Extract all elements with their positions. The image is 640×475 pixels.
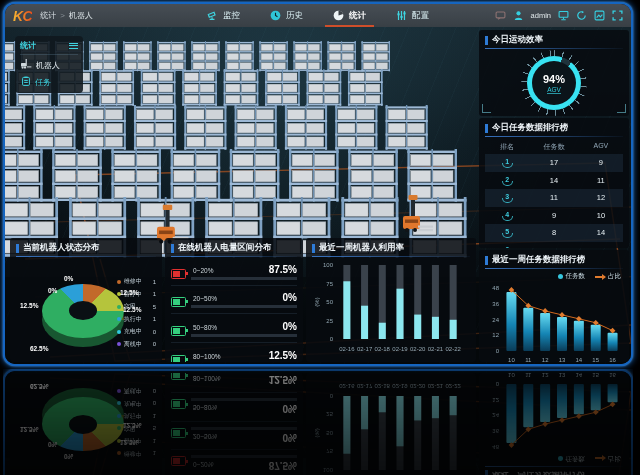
battery-row: 80~100% 12.5%	[171, 343, 297, 363]
user-icon[interactable]	[513, 10, 524, 21]
svg-text:100: 100	[323, 262, 334, 268]
svg-text:10: 10	[508, 357, 515, 362]
agv-id: 9	[579, 158, 623, 167]
svg-text:12: 12	[492, 332, 499, 338]
pie-legend-item: 执行中1	[117, 315, 156, 324]
panel-today-task-rank: 今日任务数据排行榜 排名 任务数 AGV 1 17 9 2 14 11 3 11…	[479, 118, 629, 248]
breadcrumb-page: 机器人	[69, 10, 93, 21]
legend-dot-icon	[558, 274, 563, 279]
dashboard-window: KC 统计 > 机器人 监控 历史 统计	[3, 2, 633, 366]
agv-id: 11	[579, 176, 623, 185]
table-row: 2 14 11	[485, 172, 623, 190]
display-icon[interactable]	[558, 10, 569, 21]
task-count: 14	[529, 176, 579, 185]
svg-text:11: 11	[525, 357, 532, 362]
table-row: 1 17 9	[485, 154, 623, 172]
pie-slice-label: 0%	[48, 287, 57, 294]
forklift-icon	[21, 59, 32, 71]
battery-row: 20~50% 0%	[171, 286, 297, 315]
svg-text:02-17: 02-17	[357, 346, 373, 352]
pie-legend-item: 离线中0	[117, 340, 156, 349]
panel-title: 当前机器人状态分布	[16, 242, 156, 254]
rank-badge: 2	[501, 175, 514, 186]
pie-icon	[333, 10, 344, 21]
admin-label[interactable]: admin	[531, 11, 551, 20]
svg-text:24: 24	[492, 317, 499, 323]
battery-range-label: 80~100%	[193, 353, 221, 360]
pie-slice-label: 12.5%	[120, 289, 138, 296]
battery-percent: 0%	[283, 292, 297, 303]
battery-row: 0~20% 87.5%	[171, 257, 297, 286]
agv-id: 14	[579, 228, 623, 237]
svg-text:50: 50	[326, 299, 333, 305]
svg-text:02-18: 02-18	[375, 346, 391, 352]
svg-text:02-16: 02-16	[339, 346, 355, 352]
battery-icon	[171, 297, 186, 307]
breadcrumb-section[interactable]: 统计	[40, 10, 56, 21]
rank-badge: 6	[501, 245, 514, 248]
tab-statistics[interactable]: 统计	[333, 4, 366, 27]
tab-history[interactable]: 历史	[270, 4, 303, 27]
svg-text:02-21: 02-21	[428, 346, 444, 352]
menu-icon[interactable]	[69, 41, 78, 50]
svg-text:12: 12	[542, 357, 549, 362]
sidebar-item-robot[interactable]: 机器人	[20, 55, 78, 72]
sidebar: 统计 机器人 任务	[15, 36, 83, 93]
svg-text:02-20: 02-20	[410, 346, 426, 352]
camera-icon	[207, 10, 218, 21]
top-bar: KC 统计 > 机器人 监控 历史 统计	[5, 4, 631, 27]
chart-legend: 任务数 占比	[487, 272, 621, 281]
svg-text:14: 14	[576, 357, 583, 362]
svg-text:25: 25	[326, 318, 333, 324]
efficiency-gauge: 94% AGV	[527, 56, 581, 110]
panel-robot-status: 当前机器人状态分布 维修中1 暂停中1 空闲5 执行中1 充电中0 离线中0 1…	[10, 238, 162, 362]
clock-icon	[270, 10, 281, 21]
agv-id: 10	[579, 211, 623, 220]
table-row: 3 11 12	[485, 189, 623, 207]
panel-title: 最近一周机器人利用率	[312, 242, 470, 254]
task-count: 17	[529, 158, 579, 167]
refresh-icon[interactable]	[576, 10, 587, 21]
svg-text:02-19: 02-19	[392, 346, 408, 352]
status-pie-chart: 维修中1 暂停中1 空闲5 执行中1 充电中0 离线中0 12.5%12.5%6…	[16, 257, 156, 357]
svg-text:75: 75	[326, 281, 333, 287]
svg-text:13: 13	[559, 357, 566, 362]
svg-text:0: 0	[496, 348, 500, 354]
battery-icon	[171, 326, 186, 336]
battery-percent: 12.5%	[269, 350, 297, 361]
battery-rows: 0~20% 87.5% 20~50% 0% 50~80% 0% 80~	[171, 257, 297, 362]
message-icon[interactable]	[495, 10, 506, 21]
task-icon	[21, 76, 31, 88]
app-logo: KC	[13, 8, 32, 24]
pie-slice-label: 0%	[64, 275, 73, 282]
battery-percent: 0%	[283, 321, 297, 332]
svg-text:02-22: 02-22	[445, 346, 461, 352]
rank-badge: 4	[501, 210, 514, 221]
panel-motion-efficiency: 今日运动效率 94% AGV	[479, 30, 629, 116]
fullscreen-icon[interactable]	[612, 10, 623, 21]
rank-table-body: 1 17 9 2 14 11 3 11 12 4 9 10 5 8 14 6 5…	[485, 154, 623, 248]
tab-settings[interactable]: 配置	[396, 4, 429, 27]
table-header: 排名 任务数 AGV	[485, 142, 623, 152]
topbar-actions: admin	[495, 10, 623, 21]
gauge-value: 94%	[543, 73, 565, 85]
table-row: 6 5 13	[485, 242, 623, 249]
panel-battery-distribution: 在线机器人电量区间分布 0~20% 87.5% 20~50% 0% 50~80%	[165, 238, 303, 362]
export-icon[interactable]	[594, 10, 605, 21]
utilization-chart: 0255075100(%)02-1602-1702-1802-1902-2002…	[312, 259, 470, 361]
battery-range-label: 50~80%	[193, 324, 217, 331]
svg-text:36: 36	[492, 301, 499, 307]
panel-title: 今日运动效率	[485, 34, 623, 46]
panel-weekly-task-rank: 最近一周任务数据排行榜 任务数 占比 012243648101112131415…	[479, 250, 629, 362]
svg-text:15: 15	[592, 357, 599, 362]
legend-arrow-icon	[595, 276, 605, 278]
rank-badge: 3	[501, 192, 514, 203]
table-row: 5 8 14	[485, 224, 623, 242]
sidebar-item-task[interactable]: 任务	[20, 72, 78, 89]
pie-slice-label: 12.5%	[20, 302, 38, 309]
agv-id: 13	[579, 246, 623, 248]
tab-monitor[interactable]: 监控	[207, 4, 240, 27]
breadcrumb-separator: >	[60, 11, 65, 20]
pie-slice-label: 62.5%	[30, 345, 48, 352]
rank-badge: 5	[501, 227, 514, 238]
